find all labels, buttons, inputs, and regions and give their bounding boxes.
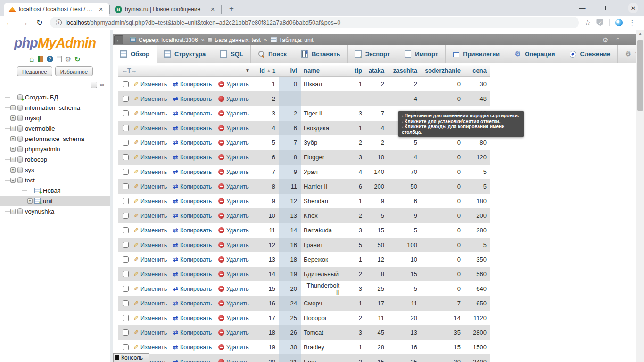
copy-link[interactable]: ⇄Копировать — [173, 183, 218, 190]
cell-name[interactable] — [301, 91, 343, 106]
edit-link[interactable]: ✎Изменить — [133, 124, 173, 132]
cell-lvl[interactable]: 24 — [279, 296, 301, 311]
logout-icon[interactable] — [38, 56, 43, 62]
tab-close-icon[interactable]: ✕ — [209, 6, 216, 13]
cell-cena[interactable]: 5 — [464, 238, 490, 252]
cell-cena[interactable]: 120 — [464, 150, 490, 165]
cell-ataka[interactable]: 50 — [366, 238, 388, 252]
edit-link[interactable]: ✎Изменить — [133, 212, 173, 219]
recent-button[interactable]: Недавнее — [17, 66, 52, 76]
copy-link[interactable]: ⇄Копировать — [173, 241, 218, 248]
cell-tip[interactable]: 2 — [343, 311, 366, 325]
tab-browse[interactable]: Обзор — [113, 45, 157, 63]
maximize-button[interactable] — [603, 3, 613, 13]
column-header-name[interactable]: name — [301, 65, 343, 76]
tab-structure[interactable]: Структура — [157, 45, 213, 63]
cell-name[interactable]: Sheridan — [301, 194, 343, 208]
tab-operations[interactable]: ⚙Операции — [507, 45, 562, 63]
delete-link[interactable]: Удалить — [218, 169, 249, 175]
tree-item-test[interactable]: −test — [0, 175, 110, 185]
cell-tip[interactable]: 3 — [343, 223, 366, 238]
cell-ataka[interactable]: 12 — [366, 252, 388, 267]
cell-lvl[interactable]: 13 — [279, 208, 301, 223]
cell-id[interactable]: 10 — [255, 208, 279, 223]
options-dropdown-icon[interactable]: ▼ — [245, 68, 250, 73]
delete-link[interactable]: Удалить — [218, 96, 249, 102]
cell-soderzhanie[interactable]: 0 — [421, 267, 464, 281]
cell-tip[interactable]: 1 — [343, 340, 366, 354]
delete-link[interactable]: Удалить — [218, 300, 249, 307]
delete-link[interactable]: Удалить — [218, 359, 249, 362]
edit-link[interactable]: ✎Изменить — [133, 139, 173, 146]
delete-link[interactable]: Удалить — [218, 256, 249, 263]
cell-name[interactable]: Гранит — [301, 238, 343, 252]
row-checkbox[interactable] — [123, 271, 129, 277]
copy-link[interactable]: ⇄Копировать — [173, 168, 218, 175]
delete-link[interactable]: Удалить — [218, 125, 249, 132]
cell-id[interactable]: 18 — [255, 325, 279, 340]
cell-ataka[interactable]: 7 — [366, 106, 388, 121]
cell-id[interactable]: 7 — [255, 165, 279, 179]
row-checkbox[interactable] — [123, 169, 129, 175]
cell-ataka[interactable]: 25 — [366, 281, 388, 296]
extension-icon[interactable] — [615, 19, 623, 26]
home-icon[interactable]: ⌂ — [29, 55, 34, 63]
tree-item-unit[interactable]: +unit — [0, 196, 110, 206]
cell-id[interactable]: 11 — [255, 223, 279, 238]
cell-soderzhanie[interactable]: 0 — [421, 165, 464, 179]
cell-id[interactable]: 9 — [255, 194, 279, 208]
edit-link[interactable]: ✎Изменить — [133, 227, 173, 234]
cell-soderzhanie[interactable]: 0 — [421, 91, 464, 106]
cell-id[interactable]: 16 — [255, 296, 279, 311]
cell-tip[interactable]: 1 — [343, 296, 366, 311]
plus-expander-icon[interactable]: + — [27, 198, 33, 204]
cell-ataka[interactable]: 5 — [366, 208, 388, 223]
cell-tip[interactable]: 2 — [343, 267, 366, 281]
cell-cena[interactable]: 48 — [464, 91, 490, 106]
plus-expander-icon[interactable]: + — [10, 209, 16, 214]
cell-zaschita[interactable]: 100 — [388, 238, 421, 252]
cell-zaschita[interactable]: 4 — [388, 150, 421, 165]
cell-lvl[interactable]: 2 — [279, 106, 301, 121]
cell-name[interactable]: Бдительный — [301, 267, 343, 281]
cell-name[interactable]: Носорог — [301, 311, 343, 325]
cell-name[interactable]: Ерш — [301, 354, 343, 362]
copy-link[interactable]: ⇄Копировать — [173, 227, 218, 234]
cell-lvl[interactable]: 31 — [279, 354, 301, 362]
cell-tip[interactable]: 4 — [343, 165, 366, 179]
edit-link[interactable]: ✎Изменить — [133, 329, 173, 336]
cell-id[interactable]: 19 — [255, 340, 279, 354]
tab-privileges[interactable]: Привилегии — [446, 45, 507, 63]
edit-link[interactable]: ✎Изменить — [133, 300, 173, 307]
cell-cena[interactable]: 280 — [464, 223, 490, 238]
tab-sql[interactable]: SQL — [213, 45, 251, 63]
copy-link[interactable]: ⇄Копировать — [173, 154, 218, 161]
new-tab-button[interactable]: + — [225, 3, 238, 15]
cell-zaschita[interactable]: 25 — [388, 354, 421, 362]
cell-id[interactable]: 12 — [255, 238, 279, 252]
row-checkbox[interactable] — [123, 81, 129, 87]
cell-id[interactable]: 3 — [255, 106, 279, 121]
cell-tip[interactable] — [343, 91, 366, 106]
cell-soderzhanie[interactable]: 0 — [421, 179, 464, 194]
cell-ataka[interactable]: 17 — [366, 296, 388, 311]
favorites-button[interactable]: Избранное — [55, 66, 93, 76]
cell-zaschita[interactable]: 13 — [388, 325, 421, 340]
cell-id[interactable]: 15 — [255, 281, 279, 296]
cell-tip[interactable]: 3 — [343, 150, 366, 165]
row-checkbox[interactable] — [123, 183, 129, 189]
cell-ataka[interactable] — [366, 91, 388, 106]
bookmark-star-icon[interactable]: ☆ — [585, 18, 591, 27]
row-checkbox[interactable] — [123, 286, 129, 292]
browser-tab-inactive[interactable]: B bymas.ru | Новое сообщение ✕ — [110, 3, 221, 16]
delete-link[interactable]: Удалить — [218, 329, 249, 336]
panel-back-icon[interactable]: ← — [114, 35, 123, 44]
cell-cena[interactable]: 2400 — [464, 354, 490, 362]
copy-link[interactable]: ⇄Копировать — [173, 271, 218, 278]
row-checkbox[interactable] — [123, 242, 129, 248]
tree-item-phpmyadmin[interactable]: +phpmyadmin — [0, 144, 110, 154]
column-header-id[interactable]: id▲1 — [255, 65, 279, 76]
docs-icon[interactable] — [57, 56, 62, 62]
cell-name[interactable]: Урал — [301, 165, 343, 179]
cell-cena[interactable]: 200 — [464, 208, 490, 223]
